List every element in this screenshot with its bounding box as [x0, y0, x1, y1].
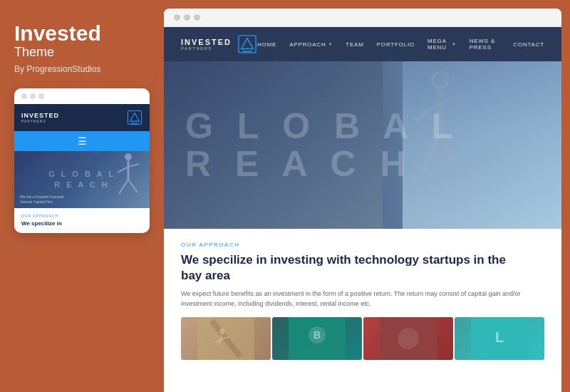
mobile-hero: G L O B A LR E A C H We Are a Founder Fo…: [14, 151, 150, 208]
approach-label: OUR APPROACH: [181, 242, 544, 248]
nav-item-team[interactable]: TEAM: [346, 41, 363, 48]
strip-img-3-bg: [363, 317, 453, 360]
strip-img-2-bg: B: [272, 317, 362, 360]
theme-author: By ProgressionStudios: [14, 64, 150, 74]
mobile-approach-title: We specilize in: [21, 220, 142, 227]
mobile-browser-dots: [14, 88, 150, 104]
nav-item-home[interactable]: HOME: [257, 41, 276, 48]
hamburger-icon: ☰: [78, 135, 87, 147]
mobile-hero-text: G L O B A LR E A C H: [48, 169, 115, 191]
mobile-dot-1: [21, 93, 27, 99]
website-logo: INVESTED PARTNERS: [181, 34, 257, 54]
strip-image-2: B: [272, 317, 362, 360]
website-logo-sub: PARTNERS: [181, 46, 232, 51]
main-content: INVESTED PARTNERS HOME APPROACH ▼ TEAM P…: [164, 9, 561, 392]
nav-item-contact[interactable]: CONTACT: [513, 41, 544, 48]
website-logo-main: INVESTED: [181, 38, 232, 46]
website-nav: HOME APPROACH ▼ TEAM PORTFOLIO MEGA MENU…: [257, 38, 544, 51]
nav-item-approach[interactable]: APPROACH ▼: [289, 41, 333, 48]
nav-item-portfolio[interactable]: PORTFOLIO: [377, 41, 415, 48]
svg-point-29: [398, 328, 419, 349]
nav-arrow-approach: ▼: [328, 42, 333, 46]
strip-image-3: [363, 317, 453, 360]
strip-img-climber-icon: [181, 317, 271, 360]
approach-section: OUR APPROACH We specilize in investing w…: [164, 229, 561, 317]
svg-text:B: B: [314, 329, 321, 341]
mobile-content: OUR APPROACH We specilize in: [14, 208, 150, 233]
sidebar: Invested Theme By ProgressionStudios INV…: [0, 0, 164, 392]
strip-image-1: [181, 317, 271, 360]
browser-bar: [164, 9, 561, 27]
strip-img-4-bg: L: [455, 317, 544, 360]
mobile-logo-sub: PARTNERS: [21, 119, 59, 123]
mobile-hamburger-bar[interactable]: ☰: [14, 131, 150, 151]
browser-dot-green: [194, 14, 200, 21]
mobile-logo: INVESTED PARTNERS: [21, 112, 59, 123]
image-strip: B L: [164, 317, 561, 360]
approach-body: We expect future benefits as an investme…: [181, 289, 530, 309]
hero-text-overlay: G L O B A LR E A C H: [164, 61, 561, 229]
svg-text:L: L: [495, 329, 504, 345]
mobile-logo-text: INVESTED: [21, 112, 59, 119]
svg-marker-1: [130, 113, 139, 121]
browser-dot-yellow: [184, 14, 190, 21]
mobile-dot-2: [30, 93, 36, 99]
mobile-header: INVESTED PARTNERS: [14, 104, 150, 131]
theme-title: Invested Theme By ProgressionStudios: [14, 21, 150, 88]
hero-big-text: G L O B A LR E A C H: [185, 108, 460, 182]
website-hero: G L O B A LR E A C H: [164, 61, 561, 229]
website-below-hero: OUR APPROACH We specilize in investing w…: [164, 229, 561, 392]
website-logo-text: INVESTED PARTNERS: [181, 38, 232, 51]
mobile-approach-label: OUR APPROACH: [21, 214, 142, 218]
mobile-hero-tagline: We Are a Founder Focused Venture Capital…: [20, 195, 63, 205]
mobile-dot-3: [38, 93, 44, 99]
svg-marker-10: [242, 38, 254, 49]
mobile-logo-icon: [127, 110, 142, 125]
browser-dot-red: [174, 14, 180, 21]
website-header: INVESTED PARTNERS HOME APPROACH ▼ TEAM P…: [164, 27, 561, 61]
nav-item-news[interactable]: NEWS & PRESS: [470, 38, 501, 51]
theme-type: Theme: [14, 45, 150, 60]
approach-title: We specilize in investing with technolog…: [181, 252, 509, 284]
website-logo-icon: [237, 34, 257, 54]
mobile-preview: INVESTED PARTNERS ☰: [14, 88, 150, 233]
nav-item-mega[interactable]: MEGA MENU ▼: [428, 38, 457, 51]
strip-image-4: L: [455, 317, 544, 360]
website-container: INVESTED PARTNERS HOME APPROACH ▼ TEAM P…: [164, 27, 561, 392]
theme-name: Invested: [14, 21, 150, 45]
nav-arrow-mega: ▼: [452, 42, 457, 46]
svg-point-21: [219, 329, 225, 334]
